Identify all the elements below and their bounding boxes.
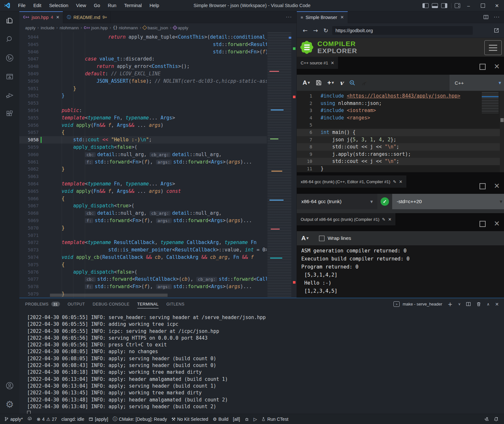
- explorer-icon[interactable]: [0, 11, 19, 30]
- maximize-pane-icon[interactable]: [480, 64, 486, 70]
- problems-item[interactable]: ⊗4 ⚠27: [34, 417, 59, 422]
- code-editor[interactable]: 5044 return apply_make_tuple<ConstThis>(…: [19, 32, 296, 298]
- code-line-5063[interactable]: 5063: [19, 173, 267, 180]
- menu-go[interactable]: Go: [91, 2, 103, 9]
- close-icon[interactable]: ✕: [399, 179, 402, 184]
- code-line-5061[interactable]: 5061 f:std::forward<Fn>(f), args:std::fo…: [19, 158, 267, 166]
- maximize-pane-icon[interactable]: [480, 183, 486, 189]
- godbolt-line-9[interactable]: 9 j.apply(std::ranges::sort);: [297, 151, 504, 158]
- code-line-5052[interactable]: 5052 }: [19, 92, 267, 99]
- cmake-panel-icon[interactable]: [0, 67, 19, 86]
- toggle-sidebar-icon[interactable]: [422, 3, 429, 8]
- quick-bench-icon[interactable]: [349, 80, 355, 86]
- maximize-button[interactable]: [476, 0, 490, 11]
- vim-mode-icon[interactable]: v: [340, 79, 343, 86]
- add-pane-icon[interactable]: +▼: [327, 79, 334, 87]
- source-control-icon[interactable]: [0, 49, 19, 67]
- code-line-5050[interactable]: 5050 JSON_ASSERT(false); // NOLINT(cert-…: [19, 78, 267, 85]
- code-line-5058[interactable]: 5058 std::cout << "Hello :-)\n";: [19, 136, 267, 144]
- tab-readme-md[interactable]: ⓘ README.md 9+: [63, 11, 111, 23]
- code-line-5076[interactable]: 5076 apply_dispatch<false>(: [19, 269, 267, 276]
- panel-tab-terminal[interactable]: TERMINAL: [137, 298, 159, 310]
- code-line-5057[interactable]: 5057 {: [19, 129, 267, 136]
- customize-layout-icon[interactable]: [455, 3, 460, 8]
- breadcrumb-item-json.hpp[interactable]: C++json.hpp: [84, 25, 108, 30]
- search-icon[interactable]: [0, 30, 19, 49]
- rename-icon[interactable]: ✎: [393, 179, 396, 184]
- godbolt-line-7[interactable]: 7 json j{5, 3, 1, 4, 2};: [297, 136, 504, 144]
- cmake-status-item[interactable]: ⓘCMake: [Debug]: Ready: [111, 416, 169, 422]
- terminal-output[interactable]: [2022-04-30 06:05:55] INFO: serve_header…: [19, 310, 504, 414]
- panel-tab-problems[interactable]: PROBLEMS31: [25, 298, 60, 310]
- godbolt-line-6[interactable]: 6int main() {: [297, 129, 504, 136]
- close-pane-icon[interactable]: ✕: [494, 220, 500, 227]
- code-line-5064[interactable]: 5064 template<typename Fn, typename... A…: [19, 180, 267, 188]
- code-line-5078[interactable]: 5078 f:std::forward<Fn>(f), args:std::fo…: [19, 283, 267, 290]
- close-window-button[interactable]: ✕: [490, 0, 504, 11]
- rename-icon[interactable]: ✎: [382, 217, 385, 222]
- kill-terminal-icon[interactable]: [476, 302, 481, 306]
- settings-gear-icon[interactable]: ⚙: [0, 395, 19, 414]
- terminal-process-label[interactable]: make - serve_header: [402, 302, 442, 306]
- horizontal-scrollbar[interactable]: [50, 294, 168, 297]
- maximize-pane-icon[interactable]: [480, 221, 486, 227]
- back-icon[interactable]: ←: [300, 27, 310, 34]
- forward-icon[interactable]: →: [310, 27, 321, 34]
- reload-icon[interactable]: ↻: [321, 27, 331, 34]
- code-line-5072[interactable]: 5072 template<typename ResultCallback, t…: [19, 239, 267, 246]
- run-debug-icon[interactable]: [0, 86, 19, 105]
- close-tab-icon[interactable]: ✕: [56, 15, 60, 20]
- close-panel-icon[interactable]: ✕: [495, 302, 499, 307]
- more-actions-icon[interactable]: ···: [494, 14, 500, 20]
- cmake-project-item[interactable]: [apply]: [86, 417, 110, 422]
- panel-tab-debug-console[interactable]: DEBUG CONSOLE: [93, 298, 130, 310]
- extensions-icon[interactable]: [0, 105, 19, 123]
- minimize-button[interactable]: –: [461, 0, 476, 11]
- cpp-insights-icon[interactable]: [361, 80, 368, 86]
- breadcrumb-item-nlohmann[interactable]: nlohmann: [60, 25, 79, 30]
- code-line-5059[interactable]: 5059 apply_dispatch<false>(: [19, 144, 267, 151]
- hamburger-menu-icon[interactable]: [484, 40, 502, 55]
- code-line-5066[interactable]: 5066 {: [19, 195, 267, 203]
- godbolt-line-8[interactable]: 8 std::cout << j << "\n";: [297, 143, 504, 151]
- breadcrumb-item-apply[interactable]: apply: [25, 25, 35, 30]
- godbolt-line-11[interactable]: 11}: [297, 165, 504, 172]
- godbolt-line-10[interactable]: 10 std::cout << j << "\n";: [297, 158, 504, 165]
- code-line-5068[interactable]: 5068 cb:detail::null_arg, cb_arg:detail:…: [19, 210, 267, 217]
- close-tab-icon[interactable]: ✕: [340, 15, 344, 20]
- menu-run[interactable]: Run: [105, 2, 120, 9]
- tab-simple-browser[interactable]: ≡ Simple Browser ✕: [297, 11, 348, 23]
- feedback-icon[interactable]: [482, 417, 491, 421]
- code-line-5055[interactable]: 5055 template<typename Fn, typename... A…: [19, 114, 267, 122]
- godbolt-line-2[interactable]: 2using nlohmann::json;: [297, 100, 504, 107]
- launch-item[interactable]: ▷: [251, 417, 259, 422]
- code-line-5049[interactable]: 5049 default: // LCOV_EXCL_LINE: [19, 70, 267, 78]
- code-line-5071[interactable]: 5071: [19, 232, 267, 239]
- breadcrumb[interactable]: apply›include›nlohmann›C++json.hpp›{}nlo…: [19, 23, 296, 32]
- close-icon[interactable]: ✕: [388, 217, 392, 222]
- new-terminal-icon[interactable]: +: [448, 301, 452, 307]
- code-line-5062[interactable]: 5062 }: [19, 165, 267, 173]
- wrap-lines-checkbox[interactable]: [319, 236, 325, 241]
- notifications-bell-icon[interactable]: [491, 417, 501, 422]
- language-select[interactable]: C++▼: [450, 75, 504, 91]
- code-line-5054[interactable]: 5054 public:: [19, 107, 267, 114]
- godbolt-line-4[interactable]: 4#include <ranges>: [297, 114, 504, 122]
- breadcrumb-item-basic_json[interactable]: basic_json: [143, 25, 168, 30]
- code-line-5047[interactable]: 5047 case value_t::discarded:: [19, 55, 267, 63]
- menu-edit[interactable]: Edit: [30, 2, 44, 9]
- open-external-icon[interactable]: [494, 28, 499, 33]
- godbolt-line-5[interactable]: 5: [297, 121, 504, 129]
- account-icon[interactable]: [0, 376, 19, 395]
- godbolt-scrollbar[interactable]: [500, 91, 504, 172]
- close-pane-icon[interactable]: ✕: [494, 63, 500, 70]
- code-line-5048[interactable]: 5048 return apply_error<ConstThis>();: [19, 63, 267, 70]
- build-target-item[interactable]: [all]: [231, 417, 242, 422]
- code-line-5077[interactable]: 5077 cb:std::forward<ResultCallback>(cb)…: [19, 276, 267, 283]
- toggle-secondary-sidebar-icon[interactable]: [441, 3, 447, 8]
- kit-item[interactable]: ⚒No Kit Selected: [169, 417, 210, 422]
- save-icon[interactable]: [316, 80, 322, 86]
- more-actions-icon[interactable]: ···: [286, 14, 296, 20]
- breadcrumb-item-apply[interactable]: apply: [173, 25, 188, 30]
- code-line-5075[interactable]: 5075 {: [19, 261, 267, 269]
